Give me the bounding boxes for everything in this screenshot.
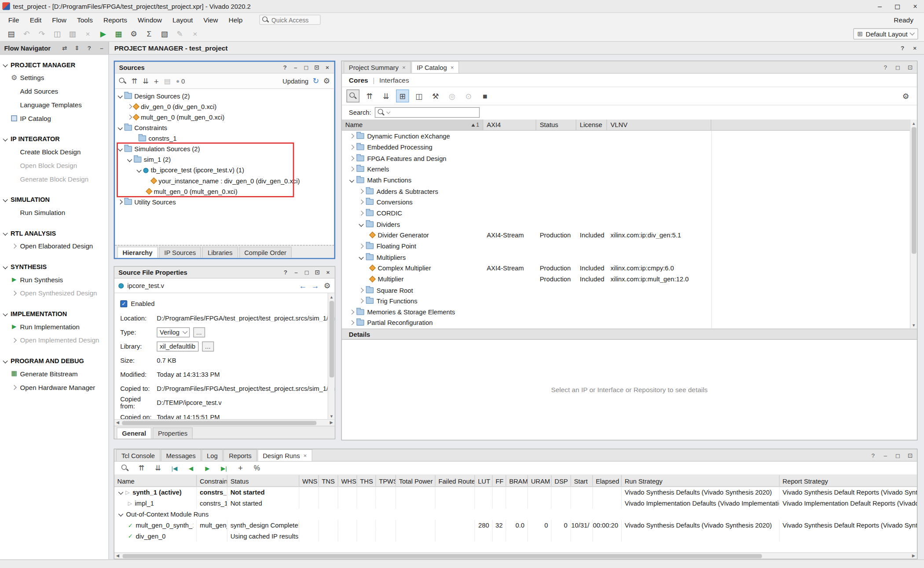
browse-button[interactable]: … bbox=[202, 341, 214, 351]
horizontal-scrollbar[interactable]: ◀▶ bbox=[114, 552, 917, 559]
expand-all-icon[interactable]: ⇊ bbox=[152, 463, 164, 473]
column-header-name[interactable]: Name bbox=[114, 475, 197, 486]
column-header-ff[interactable]: FF bbox=[493, 475, 506, 486]
search-icon[interactable] bbox=[347, 90, 359, 102]
customize-ip-icon[interactable]: ⚒ bbox=[429, 90, 442, 102]
subtab-interfaces[interactable]: Interfaces bbox=[379, 76, 409, 84]
scroll-down-icon[interactable]: ▼ bbox=[910, 321, 917, 328]
ip-category-row[interactable]: FPGA Features and Design bbox=[342, 153, 917, 164]
column-header-ths[interactable]: THS bbox=[357, 475, 376, 486]
column-header-status[interactable]: Status bbox=[227, 475, 299, 486]
column-header-axi4[interactable]: AXI4 bbox=[483, 120, 536, 130]
design-run-row-ooc-group[interactable]: Out-of-Context Module Runs bbox=[114, 509, 917, 520]
column-header-whs[interactable]: WHS bbox=[338, 475, 357, 486]
tab-ip-sources[interactable]: IP Sources bbox=[159, 247, 201, 258]
column-header-status[interactable]: Status bbox=[536, 120, 576, 130]
sidebar-item-create-block-design[interactable]: Create Block Design bbox=[0, 145, 108, 158]
menu-layout[interactable]: Layout bbox=[168, 15, 198, 25]
launch-runs-icon[interactable]: ▶ bbox=[202, 463, 213, 473]
scroll-down-icon[interactable]: ▼ bbox=[328, 412, 335, 419]
ip-row-complex-multiplier[interactable]: Complex MultiplierAXI4-StreamProductionI… bbox=[342, 262, 917, 273]
library-input[interactable]: xil_defaultlib bbox=[157, 341, 198, 351]
ip-category-row[interactable]: Multipliers bbox=[342, 251, 917, 262]
dock-icon[interactable]: ⇄ bbox=[60, 44, 69, 52]
help-icon[interactable]: ? bbox=[881, 63, 890, 72]
scroll-up-icon[interactable]: ▲ bbox=[328, 293, 335, 300]
nav-section-header[interactable]: PROJECT MANAGER bbox=[0, 58, 108, 71]
sidebar-item-run-simulation[interactable]: Run Simulation bbox=[0, 205, 108, 219]
sum-icon[interactable]: Σ bbox=[143, 28, 155, 40]
tree-row-utility-sources[interactable]: Utility Sources bbox=[115, 197, 334, 207]
maximize-icon[interactable]: ◻ bbox=[302, 268, 311, 277]
tree-row-constraints[interactable]: Constraints bbox=[115, 123, 334, 133]
float-icon[interactable]: ⊡ bbox=[906, 63, 914, 72]
scrollbar-thumb[interactable] bbox=[122, 421, 316, 425]
collapse-arrow-icon[interactable] bbox=[118, 125, 123, 130]
expand-all-icon[interactable]: ⇊ bbox=[143, 77, 148, 85]
ip-row-divider-generator[interactable]: Divider GeneratorAXI4-StreamProductionIn… bbox=[342, 229, 917, 240]
search-icon[interactable] bbox=[119, 77, 126, 84]
step-back-icon[interactable]: ◀ bbox=[185, 463, 197, 473]
ip-settings-icon[interactable]: ⊙ bbox=[462, 90, 475, 102]
maximize-icon[interactable]: ◻ bbox=[889, 0, 906, 12]
collapse-arrow-icon[interactable] bbox=[118, 146, 123, 151]
expand-arrow-icon[interactable] bbox=[349, 145, 354, 149]
ip-category-row[interactable]: CORDIC bbox=[342, 208, 917, 218]
close-icon[interactable]: × bbox=[323, 63, 332, 72]
sidebar-item-run-implementation[interactable]: ▶Run Implementation bbox=[0, 320, 108, 333]
vertical-scrollbar[interactable]: ▲▼ bbox=[910, 120, 917, 328]
tab-project-summary[interactable]: Project Summary× bbox=[344, 61, 411, 73]
design-run-row-mult-gen-0-synth-1[interactable]: ✓mult_gen_0_synth_1 mult_gen_0 synth_des… bbox=[114, 520, 917, 531]
enabled-checkbox[interactable]: ✓ bbox=[120, 300, 127, 307]
expand-arrow-icon[interactable] bbox=[127, 115, 132, 120]
nav-section-header[interactable]: IMPLEMENTATION bbox=[0, 307, 108, 320]
minimize-icon[interactable]: – bbox=[97, 44, 106, 52]
expand-all-icon[interactable]: ⇊ bbox=[380, 90, 392, 102]
column-header-name[interactable]: Name1 bbox=[342, 120, 483, 130]
skip-forward-icon[interactable]: ▶| bbox=[218, 463, 230, 473]
menu-window[interactable]: Window bbox=[133, 15, 166, 25]
design-run-row-synth-1[interactable]: ▷synth_1 (active) constrs_1 Not started … bbox=[114, 487, 917, 498]
ip-category-row[interactable]: Math Functions bbox=[342, 175, 917, 186]
type-select[interactable]: Verilog bbox=[157, 327, 190, 337]
close-icon[interactable]: × bbox=[906, 0, 924, 12]
program-device-icon[interactable]: ▦ bbox=[112, 28, 125, 40]
sidebar-item-ip-catalog[interactable]: IP Catalog bbox=[0, 111, 108, 125]
search-icon[interactable] bbox=[119, 463, 131, 473]
minimize-icon[interactable]: – bbox=[871, 0, 888, 12]
expand-arrow-icon[interactable] bbox=[359, 288, 363, 292]
tree-row-sim-1[interactable]: sim_1 (2) bbox=[115, 154, 334, 165]
expand-arrow-icon[interactable] bbox=[118, 200, 123, 204]
sidebar-item-add-sources[interactable]: Add Sources bbox=[0, 84, 108, 98]
tree-row-sim-mult-gen-0[interactable]: mult_gen_0 (mult_gen_0.xci) bbox=[115, 186, 334, 197]
minimize-icon[interactable]: – bbox=[291, 63, 300, 72]
menu-help[interactable]: Help bbox=[224, 15, 247, 25]
tree-row-design-sources[interactable]: Design Sources (2) bbox=[115, 91, 334, 101]
expand-arrow-icon[interactable] bbox=[349, 156, 354, 160]
collapse-all-icon[interactable]: ⇈ bbox=[363, 90, 376, 102]
ip-category-row[interactable]: Partial Reconfiguration bbox=[342, 317, 917, 328]
expand-arrow-icon[interactable] bbox=[359, 244, 363, 248]
edit-icon[interactable]: ✎ bbox=[173, 28, 186, 40]
minimize-icon[interactable]: – bbox=[292, 268, 301, 277]
help-icon[interactable]: ? bbox=[869, 451, 877, 459]
license-status-icon[interactable]: ◎ bbox=[446, 90, 458, 102]
vertical-scrollbar[interactable]: ▲▼ bbox=[328, 293, 335, 419]
ip-category-row[interactable]: Floating Point bbox=[342, 240, 917, 251]
tab-ip-catalog[interactable]: IP Catalog× bbox=[411, 61, 459, 73]
design-run-row-impl-1[interactable]: ▷impl_1 constrs_1 Not started Vivado Imp… bbox=[114, 498, 917, 509]
column-header-total-power[interactable]: Total Power bbox=[396, 475, 436, 486]
column-header-uram[interactable]: URAM bbox=[528, 475, 552, 486]
tree-row-your-instance-name[interactable]: your_instance_name : div_gen_0 (div_gen_… bbox=[115, 175, 334, 186]
collapse-arrow-icon[interactable] bbox=[118, 490, 123, 495]
sidebar-item-open-block-design[interactable]: Open Block Design bbox=[0, 158, 108, 172]
sidebar-item-open-implemented-design[interactable]: Open Implemented Design bbox=[0, 333, 108, 347]
help-icon[interactable]: ? bbox=[281, 268, 290, 277]
ip-category-row[interactable]: Conversions bbox=[342, 197, 917, 208]
hierarchy-view-icon[interactable]: ◫ bbox=[413, 90, 425, 102]
column-header-bram[interactable]: BRAM bbox=[506, 475, 528, 486]
column-header-lut[interactable]: LUT bbox=[475, 475, 492, 486]
sidebar-item-generate-bitstream[interactable]: ▦Generate Bitstream bbox=[0, 367, 108, 380]
float-icon[interactable]: ⊡ bbox=[312, 63, 321, 72]
messages-badge[interactable]: ●0 bbox=[176, 77, 185, 84]
